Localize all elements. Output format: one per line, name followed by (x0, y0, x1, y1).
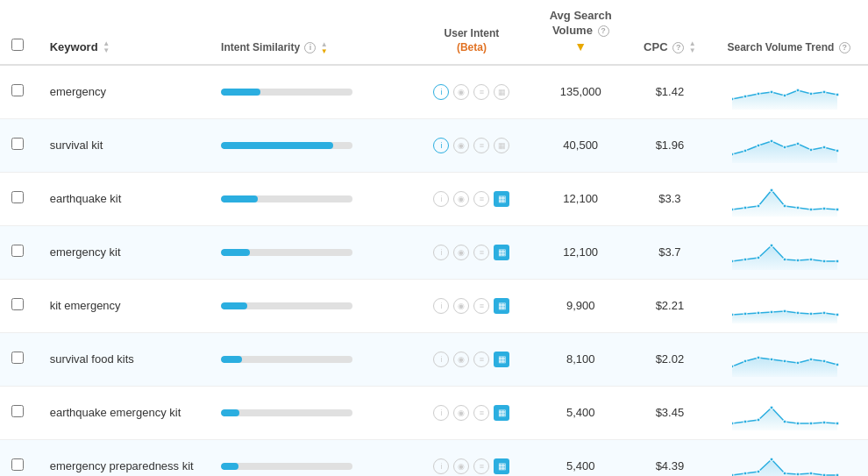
svg-point-3 (770, 90, 773, 94)
intent-info-icon[interactable]: i (433, 352, 449, 367)
keyword-sort-icon[interactable]: ▲▼ (103, 40, 110, 54)
intent-bar-container (221, 463, 352, 470)
keyword-text: earthquake kit (50, 192, 122, 205)
cpc-value: $2.02 (656, 352, 685, 366)
intent-trans-icon[interactable]: ▦ (494, 352, 509, 367)
keyword-text: emergency preparedness kit (50, 459, 194, 472)
intent-info-icon[interactable]: i (433, 138, 449, 153)
trend-cell (709, 225, 868, 279)
cpc-cell: $1.96 (630, 118, 709, 172)
row-checkbox[interactable] (11, 245, 24, 257)
keyword-cell: survival kit (36, 118, 214, 172)
avg-search-value: 5,400 (566, 406, 595, 419)
svg-point-58 (783, 420, 786, 423)
intent-nav-icon[interactable]: ◉ (453, 84, 469, 100)
intent-com-icon[interactable]: ≡ (473, 352, 489, 367)
trend-info-icon[interactable]: ? (839, 42, 850, 53)
intent-info-icon[interactable]: i (433, 405, 449, 421)
intent-icons-group: i◉≡▦ (419, 405, 524, 421)
row-checkbox[interactable] (11, 352, 24, 364)
intent-trans-icon[interactable]: ▦ (494, 458, 509, 474)
svg-point-24 (809, 208, 813, 211)
row-checkbox[interactable] (11, 405, 24, 417)
sparkline-container (716, 181, 861, 217)
intent-trans-icon[interactable]: ▦ (494, 191, 509, 207)
svg-point-64 (743, 472, 747, 475)
row-checkbox[interactable] (11, 458, 24, 471)
svg-point-14 (796, 142, 800, 146)
intent-com-icon[interactable]: ≡ (473, 405, 489, 421)
intent-info-icon[interactable]: i (433, 245, 449, 260)
intent-com-icon[interactable]: ≡ (473, 191, 489, 207)
intent-info-icon[interactable]: i (433, 84, 449, 100)
intent-bar-container (221, 302, 352, 309)
table-row: survival food kits i◉≡▦ 8,100 $2.02 (0, 332, 868, 386)
intent-sim-cell (214, 118, 412, 172)
intent-nav-icon[interactable]: ◉ (453, 352, 469, 367)
avg-search-info-icon[interactable]: ? (598, 25, 609, 37)
intent-com-icon[interactable]: ≡ (473, 245, 489, 260)
intent-trans-icon[interactable]: ▦ (494, 138, 509, 153)
trend-cell (709, 332, 868, 386)
row-checkbox[interactable] (11, 298, 24, 310)
intent-trans-icon[interactable]: ▦ (494, 245, 509, 260)
intent-sim-cell (214, 225, 412, 279)
svg-point-49 (783, 359, 786, 363)
intent-nav-icon[interactable]: ◉ (453, 458, 469, 474)
intent-nav-icon[interactable]: ◉ (453, 298, 469, 314)
cpc-value: $3.7 (658, 245, 680, 259)
intent-com-icon[interactable]: ≡ (473, 138, 489, 153)
svg-point-55 (743, 420, 747, 423)
avg-search-value: 12,100 (563, 192, 598, 205)
svg-point-0 (732, 97, 734, 101)
keyword-cell: earthquake emergency kit (36, 386, 214, 439)
row-checkbox[interactable] (11, 84, 24, 96)
sort-down-icon[interactable]: ▼ (574, 39, 587, 53)
intent-com-icon[interactable]: ≡ (473, 458, 489, 474)
intent-sim-cell (214, 386, 412, 439)
svg-point-11 (757, 144, 760, 147)
svg-point-53 (836, 363, 839, 366)
select-all-checkbox[interactable] (11, 39, 24, 51)
row-checkbox[interactable] (11, 191, 24, 203)
intent-trans-icon[interactable]: ▦ (494, 405, 509, 421)
sparkline-container (716, 395, 861, 430)
cpc-sort-icon[interactable]: ▲▼ (689, 40, 696, 54)
user-intent-cell: i◉≡▦ (412, 172, 531, 225)
cpc-cell: $4.39 (630, 439, 709, 476)
sparkline-container (716, 128, 861, 163)
table-row: emergency kit i◉≡▦ 12,100 $3.7 (0, 225, 868, 279)
intent-bar-container (221, 356, 352, 363)
avg-search-value: 8,100 (566, 352, 595, 366)
intent-trans-icon[interactable]: ▦ (494, 298, 509, 314)
row-checkbox[interactable] (11, 138, 24, 150)
intent-sim-header-label: Intent Similarity (221, 41, 300, 53)
intent-info-icon[interactable]: i (433, 298, 449, 314)
intent-bar-fill (221, 195, 258, 202)
intent-nav-icon[interactable]: ◉ (453, 405, 469, 421)
intent-info-icon[interactable]: i (433, 191, 449, 207)
intent-com-icon[interactable]: ≡ (473, 84, 489, 100)
intent-sim-cell (214, 332, 412, 386)
cpc-value: $3.3 (658, 192, 680, 205)
intent-nav-icon[interactable]: ◉ (453, 245, 469, 260)
intent-trans-icon[interactable]: ▦ (494, 84, 509, 100)
cpc-info-icon[interactable]: ? (672, 42, 684, 53)
row-checkbox-cell (0, 279, 36, 332)
intent-com-icon[interactable]: ≡ (473, 298, 489, 314)
keyword-text: kit emergency (50, 299, 121, 312)
svg-point-69 (809, 472, 813, 475)
intent-nav-icon[interactable]: ◉ (453, 138, 469, 153)
cpc-value: $1.42 (656, 85, 685, 98)
svg-point-56 (757, 418, 760, 422)
cpc-value: $3.45 (656, 406, 685, 419)
intent-info-icon[interactable]: i (433, 458, 449, 474)
intent-sim-sort-icon[interactable]: ▲▼ (321, 41, 328, 55)
cpc-cell: $3.7 (630, 225, 709, 279)
cpc-cell: $2.02 (630, 332, 709, 386)
keyword-table: Keyword ▲▼ Intent Similarity i ▲▼ User I… (0, 0, 868, 476)
intent-sim-cell (214, 172, 412, 225)
intent-sim-info-icon[interactable]: i (304, 42, 316, 53)
svg-point-16 (822, 146, 826, 149)
intent-nav-icon[interactable]: ◉ (453, 191, 469, 207)
